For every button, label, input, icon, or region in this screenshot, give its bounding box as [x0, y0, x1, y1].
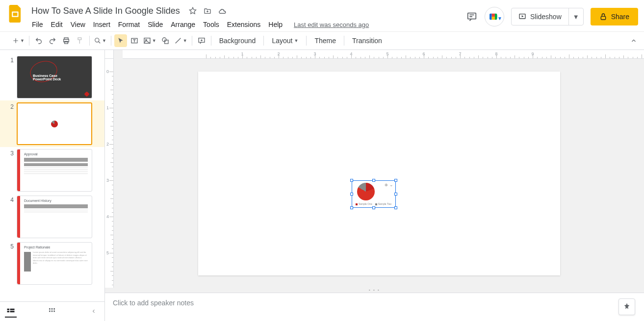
chart-link-controls[interactable]: ⊕ ⌄ [385, 182, 393, 187]
menu-extensions[interactable]: Extensions [224, 19, 264, 30]
textbox-button[interactable] [128, 34, 141, 47]
menu-format[interactable]: Format [115, 19, 143, 30]
explore-button[interactable] [618, 298, 635, 315]
svg-rect-3 [468, 13, 476, 19]
select-tool-button[interactable] [114, 34, 127, 47]
cloud-status-icon[interactable] [217, 6, 227, 16]
svg-rect-9 [78, 38, 81, 40]
theme-button[interactable]: Theme [309, 34, 341, 47]
shape-button[interactable] [159, 34, 172, 47]
slide-thumbnail-4[interactable]: 4 Document History [0, 194, 104, 240]
layout-button[interactable]: Layout▼ [267, 34, 303, 47]
paint-format-button[interactable] [74, 34, 86, 47]
svg-rect-1 [13, 13, 17, 16]
svg-rect-18 [10, 308, 15, 310]
menu-arrange[interactable]: Arrange [167, 19, 199, 30]
slideshow-label: Slideshow [530, 13, 562, 21]
chart-legend: Sample One Sample Two [352, 202, 395, 205]
filmstrip-footer [0, 301, 105, 321]
svg-marker-2 [189, 7, 196, 14]
comments-icon[interactable] [466, 11, 478, 23]
meet-button[interactable]: ▼ [485, 7, 504, 26]
transition-button[interactable]: Transition [347, 34, 387, 47]
svg-rect-22 [52, 308, 53, 310]
slideshow-button[interactable]: Slideshow [512, 8, 568, 25]
lock-icon [599, 13, 607, 21]
slides-logo[interactable] [6, 4, 26, 24]
canvas-area: 123456789 01234567 ⊕ ⌄ Sample [105, 50, 644, 321]
document-title[interactable]: How To Save A Slide In Google Slides [28, 5, 183, 17]
menu-file[interactable]: File [28, 19, 47, 30]
meet-caret-icon: ▼ [497, 16, 502, 21]
canvas-scroll[interactable]: ⊕ ⌄ Sample One Sample Two [114, 59, 644, 288]
pie-chart-icon [51, 121, 58, 127]
speaker-notes[interactable]: Click to add speaker notes [105, 293, 644, 321]
header: How To Save A Slide In Google Slides Fil… [0, 0, 644, 31]
collapse-filmstrip-icon[interactable] [88, 306, 100, 318]
selected-chart-object[interactable]: ⊕ ⌄ Sample One Sample Two [352, 180, 396, 208]
slideshow-dropdown[interactable]: ▼ [568, 8, 583, 25]
slideshow-group: Slideshow ▼ [511, 8, 584, 25]
slide-thumbnail-5[interactable]: 5 Project RationaleLorem ipsum dolor sit… [0, 240, 104, 287]
toolbar: ▼ ▼ ▼ ▼ Background Layout▼ Theme Transit… [0, 31, 644, 50]
horizontal-ruler: 123456789 [123, 50, 644, 59]
thumb-title: Document History [24, 199, 88, 202]
svg-rect-15 [164, 40, 168, 44]
slide-thumbnail-1[interactable]: 1 Business Case PowerPoint Deck [0, 54, 104, 100]
thumb-number: 2 [8, 102, 14, 145]
thumb-number: 3 [8, 149, 14, 192]
menu-view[interactable]: View [67, 19, 89, 30]
svg-rect-25 [52, 310, 53, 312]
undo-button[interactable] [32, 34, 45, 47]
svg-rect-19 [7, 311, 10, 312]
slide-thumbnail-2[interactable]: 2 [0, 100, 104, 147]
collapse-toolbar-icon[interactable] [627, 34, 640, 47]
menu-tools[interactable]: Tools [200, 19, 223, 30]
filmstrip[interactable]: 1 Business Case PowerPoint Deck 2 3 Appr… [0, 50, 105, 321]
slide-thumbnail-3[interactable]: 3 Approval [0, 147, 104, 194]
thumb-number: 4 [8, 196, 14, 238]
menu-slide[interactable]: Slide [144, 19, 166, 30]
menubar: File Edit View Insert Format Slide Arran… [28, 18, 466, 31]
filmstrip-view-icon[interactable] [5, 306, 17, 318]
comment-button[interactable] [195, 34, 208, 47]
svg-rect-20 [10, 311, 15, 312]
svg-rect-17 [7, 308, 10, 310]
image-button[interactable]: ▼ [142, 34, 158, 47]
slide-canvas[interactable]: ⊕ ⌄ Sample One Sample Two [198, 72, 560, 275]
zoom-button[interactable]: ▼ [93, 34, 108, 47]
vertical-ruler: 01234567 [105, 59, 114, 288]
title-area: How To Save A Slide In Google Slides Fil… [28, 4, 466, 31]
thumb-title: Project Rationale [24, 246, 88, 249]
chevron-down-icon[interactable]: ⌄ [389, 182, 393, 187]
last-edit-link[interactable]: Last edit was seconds ago [294, 21, 369, 28]
redo-button[interactable] [46, 34, 59, 47]
share-button[interactable]: Share [591, 8, 638, 25]
new-slide-button[interactable]: ▼ [11, 34, 26, 47]
thumb-number: 5 [8, 242, 14, 285]
layout-label: Layout [272, 37, 292, 45]
background-button[interactable]: Background [214, 34, 261, 47]
menu-edit[interactable]: Edit [48, 19, 66, 30]
thumb-title: Approval [24, 152, 88, 156]
grid-view-icon[interactable] [46, 306, 58, 318]
svg-rect-23 [53, 308, 55, 310]
thumb-text: Business Case [33, 74, 87, 77]
line-button[interactable]: ▼ [173, 34, 189, 47]
svg-rect-21 [49, 308, 51, 310]
svg-point-10 [95, 38, 99, 42]
thumb-number: 1 [8, 56, 14, 99]
share-label: Share [611, 13, 629, 21]
play-presentation-icon [518, 13, 526, 21]
print-button[interactable] [60, 34, 73, 47]
link-icon: ⊕ [385, 183, 388, 187]
menu-insert[interactable]: Insert [90, 19, 114, 30]
notes-resize-handle[interactable]: • • • [105, 288, 644, 293]
move-icon[interactable] [203, 6, 212, 16]
pie-chart-icon [357, 183, 375, 200]
header-actions: ▼ Slideshow ▼ Share [466, 4, 638, 26]
svg-rect-5 [601, 16, 605, 20]
svg-rect-24 [49, 310, 51, 312]
star-icon[interactable] [188, 6, 198, 16]
menu-help[interactable]: Help [265, 19, 286, 30]
